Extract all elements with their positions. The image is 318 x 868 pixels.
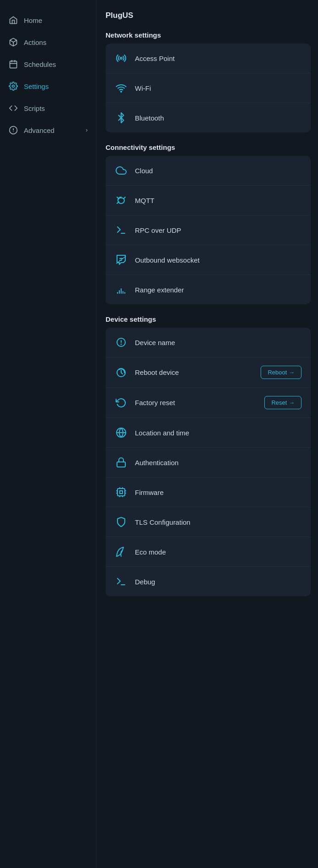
factory-reset-label: Factory reset (135, 399, 257, 407)
tls-label: TLS Configuration (135, 518, 301, 526)
settings-row-rpc-udp[interactable]: RPC over UDP (106, 215, 311, 245)
reboot-button[interactable]: Reboot → (261, 366, 301, 379)
sidebar-item-label: Home (24, 16, 42, 24)
connectivity-settings-title: Connectivity settings (106, 143, 311, 151)
svg-point-10 (121, 91, 122, 92)
range-extender-icon (115, 283, 128, 296)
main-content: PlugUS Network settings Access Point (96, 0, 318, 868)
sidebar-item-scripts[interactable]: Scripts (0, 97, 96, 119)
eco-icon (115, 545, 128, 558)
svg-point-22 (121, 344, 122, 345)
rpc-udp-label: RPC over UDP (135, 226, 301, 234)
eco-mode-label: Eco mode (135, 548, 301, 556)
websocket-icon (115, 253, 128, 266)
settings-row-wifi[interactable]: Wi-Fi (106, 73, 311, 103)
settings-row-device-name[interactable]: Device name (106, 328, 311, 357)
bluetooth-label: Bluetooth (135, 114, 301, 122)
device-settings-title: Device settings (106, 315, 311, 323)
reboot-icon (115, 366, 128, 379)
settings-row-mqtt[interactable]: MQTT (106, 186, 311, 215)
cloud-icon (115, 164, 128, 177)
chevron-right-icon: › (86, 127, 88, 133)
settings-row-eco-mode[interactable]: Eco mode (106, 537, 311, 567)
sidebar-item-label: Schedules (24, 60, 56, 68)
location-icon (115, 426, 128, 439)
rpc-icon (115, 224, 128, 236)
sidebar-item-label: Settings (24, 82, 49, 90)
settings-row-reboot[interactable]: Reboot device Reboot → (106, 357, 311, 388)
debug-label: Debug (135, 578, 301, 586)
sidebar-item-actions[interactable]: Actions (0, 31, 96, 53)
reset-button[interactable]: Reset → (264, 396, 301, 409)
firmware-label: Firmware (135, 489, 301, 496)
tls-icon (115, 516, 128, 528)
settings-row-bluetooth[interactable]: Bluetooth (106, 103, 311, 132)
svg-rect-1 (10, 61, 17, 68)
wifi-label: Wi-Fi (135, 84, 301, 92)
mqtt-icon (115, 194, 128, 207)
settings-row-firmware[interactable]: Firmware (106, 478, 311, 507)
mqtt-label: MQTT (135, 197, 301, 204)
access-point-icon (115, 52, 128, 65)
sidebar-item-home[interactable]: Home (0, 9, 96, 31)
sidebar-item-schedules[interactable]: Schedules (0, 53, 96, 75)
location-time-label: Location and time (135, 429, 301, 437)
reboot-label: Reboot device (135, 368, 253, 376)
sidebar: Home Actions Schedules (0, 0, 96, 868)
svg-rect-26 (117, 462, 125, 467)
settings-row-debug[interactable]: Debug (106, 567, 311, 596)
authentication-label: Authentication (135, 459, 301, 467)
bluetooth-icon (115, 111, 128, 124)
wifi-icon (115, 82, 128, 94)
range-extender-label: Range extender (135, 286, 301, 294)
svg-point-5 (12, 85, 15, 88)
settings-row-tls[interactable]: TLS Configuration (106, 507, 311, 537)
firmware-icon (115, 486, 128, 499)
sidebar-item-settings[interactable]: Settings (0, 75, 96, 97)
app-title: PlugUS (106, 9, 311, 20)
settings-row-cloud[interactable]: Cloud (106, 156, 311, 186)
settings-icon (8, 81, 18, 91)
device-name-label: Device name (135, 339, 301, 346)
advanced-icon (8, 125, 18, 135)
settings-row-range-extender[interactable]: Range extender (106, 275, 311, 304)
connectivity-settings-card: Cloud MQTT RPC o (106, 156, 311, 304)
reset-icon (115, 396, 128, 409)
actions-icon (8, 37, 18, 47)
schedules-icon (8, 59, 18, 69)
sidebar-item-label: Scripts (24, 104, 45, 112)
sidebar-item-label: Advanced (24, 126, 55, 134)
websocket-label: Outbound websocket (135, 256, 301, 264)
settings-row-access-point[interactable]: Access Point (106, 44, 311, 73)
access-point-label: Access Point (135, 55, 301, 62)
home-icon (8, 15, 18, 25)
settings-row-factory-reset[interactable]: Factory reset Reset → (106, 388, 311, 418)
svg-point-9 (120, 57, 122, 59)
device-name-icon (115, 336, 128, 349)
sidebar-item-advanced[interactable]: Advanced › (0, 119, 96, 141)
cloud-label: Cloud (135, 167, 301, 175)
device-settings-card: Device name Reboot device Reboot → (106, 328, 311, 596)
network-settings-card: Access Point Wi-Fi Bluetooth (106, 44, 311, 132)
debug-icon (115, 575, 128, 588)
svg-rect-27 (117, 489, 125, 496)
scripts-icon (8, 103, 18, 113)
settings-row-location-time[interactable]: Location and time (106, 418, 311, 448)
settings-row-authentication[interactable]: Authentication (106, 448, 311, 478)
settings-row-websocket[interactable]: Outbound websocket (106, 245, 311, 275)
auth-icon (115, 456, 128, 469)
svg-rect-28 (120, 491, 123, 494)
network-settings-title: Network settings (106, 31, 311, 39)
sidebar-item-label: Actions (24, 38, 46, 46)
